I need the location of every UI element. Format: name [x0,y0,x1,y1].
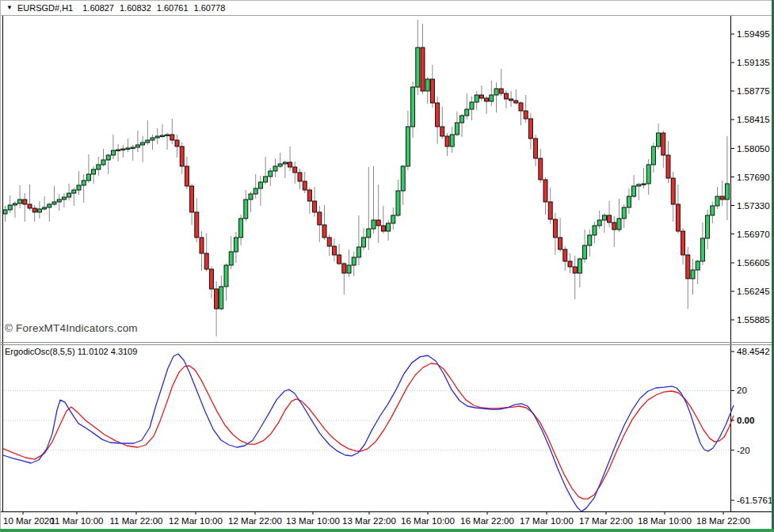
candle-body [77,185,81,190]
candle-body [244,200,248,218]
candle-body [608,215,612,222]
candle-body [559,238,562,249]
candle-body [514,101,518,103]
candle-body [219,287,223,309]
price-axis-label: 1.58050 [737,144,770,154]
candle-body [204,253,208,269]
candle-body [406,127,410,166]
candle-body [657,133,661,146]
candle-body [175,140,179,146]
candle-body [421,48,425,91]
candle-body [37,209,41,212]
candle-body [43,207,47,209]
candle-body [234,238,238,252]
candle-body [553,219,557,238]
candle-body [215,289,219,309]
time-axis-label: 17 Mar 10:00 [520,516,574,526]
time-axis-label: 11 Mar 10:00 [51,516,104,526]
candle-body [327,238,331,246]
candle-body [32,208,36,212]
candle-body [141,142,145,145]
candle-body [367,229,371,238]
indicator-name-label: ErgodicOsc(8,5,5) 11.0102 4.3109 [5,347,137,356]
candle-body [67,193,71,197]
candle-body [28,204,32,208]
candle-body [347,265,351,273]
candle-body [278,164,282,166]
candle-body [82,180,86,185]
candle-body [72,190,76,193]
candle-body [440,127,444,136]
candle-body [62,197,66,200]
time-axis-label: 10 Mar 2020 [3,516,55,526]
time-axis-label: 18 Mar 10:00 [638,516,692,526]
candle-body [627,196,631,207]
candle-body [101,160,105,165]
candle-body [651,146,655,165]
candle-body [13,203,17,205]
candle-body [249,194,253,200]
price-axis-label: 1.57330 [737,201,770,211]
candle-body [342,264,346,273]
candle-body [401,166,405,191]
candle-body [465,109,469,116]
candle-body [534,139,538,158]
candle-body [160,135,164,137]
candle-body [460,116,464,123]
candle-body [494,89,498,95]
candle-body [578,259,581,273]
candle-body [126,148,130,150]
candle-body [700,238,704,261]
price-axis-label: 1.59135 [737,58,770,67]
candle-body [23,200,27,204]
candle-body [131,147,135,149]
candle-body [352,257,356,265]
candle-body [504,93,508,99]
candle-body [528,119,532,139]
ergodic-line [3,354,734,511]
candle-body [166,135,170,136]
candle-body [539,158,543,180]
price-axis-label: 1.56245 [737,287,770,296]
candle-body [376,220,380,226]
candle-body [151,138,154,140]
candle-body [121,149,125,150]
candle-body [185,166,189,186]
candle-body [288,162,292,167]
mt4-chart-window: ▼ EURSGD#,H1 1.60827 1.60832 1.60761 1.6… [0,0,774,532]
time-axis-label: 18 Mar 22:00 [696,516,750,526]
candle-body [568,261,572,267]
indicator-axis-label: -20 [737,446,750,455]
candle-body [593,226,597,235]
indicator-axis-label: 48.4542 [737,347,770,356]
signal-line [3,363,734,499]
candle-body [706,215,710,238]
candle-body [617,218,621,230]
candle-body [691,270,695,279]
candle-body [479,95,483,98]
candle-body [588,235,592,245]
candle-body [396,191,400,215]
candle-body [485,98,489,101]
candle-body [563,249,567,261]
candle-body [666,155,670,178]
candle-body [430,79,434,103]
time-axis-label: 16 Mar 10:00 [401,516,455,526]
candle-body [180,146,184,166]
chart-plot-area[interactable]: 1.594951.591351.587751.584151.580501.576… [0,0,774,532]
candle-body [195,212,199,238]
indicator-axis-label: -61.5761 [737,496,772,505]
watermark-label: © ForexMT4Indicators.com [5,322,138,334]
candle-body [258,182,262,188]
indicator-axis-label: 20 [737,386,747,395]
candle-body [372,220,376,229]
candle-body [725,184,729,200]
candle-body [450,135,454,146]
candle-body [116,150,120,151]
candle-body [135,145,139,147]
candle-body [509,99,513,101]
price-axis-label: 1.59495 [737,29,770,39]
time-axis-label: 13 Mar 22:00 [342,516,396,526]
price-axis-label: 1.57690 [737,173,770,182]
candle-body [519,103,523,111]
